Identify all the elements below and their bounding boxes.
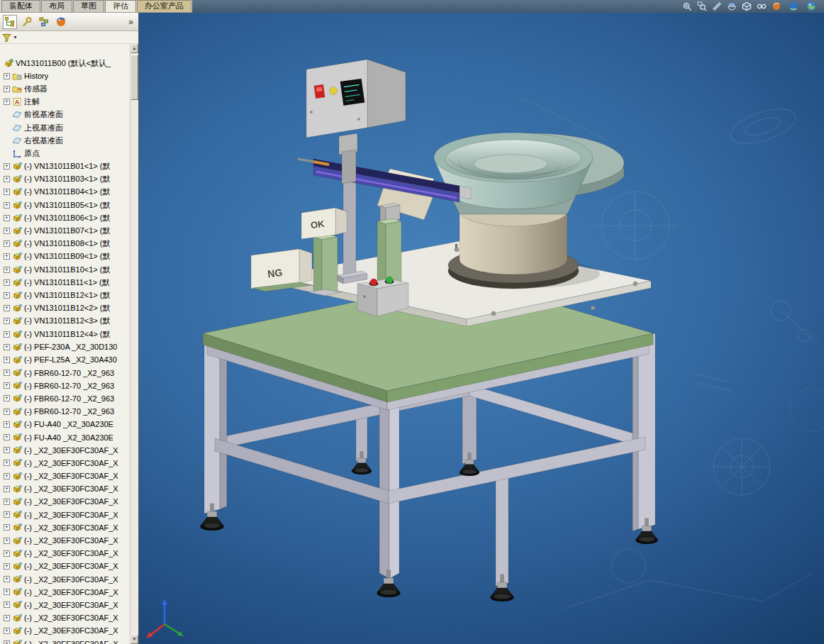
tree-item-27[interactable]: +(-) FU-A40 _X2_30A230E (0, 418, 130, 431)
tree-item-12[interactable]: +(-) VN131011B07<1> (默 (0, 224, 130, 237)
expand-icon[interactable]: + (4, 434, 10, 440)
tree-item-43[interactable]: +(-) _X2_30EF30FC30AF_X (0, 624, 130, 637)
expand-icon[interactable]: + (4, 344, 10, 350)
display-style-icon[interactable] (742, 1, 752, 11)
propertymanager-tab-icon[interactable] (20, 15, 34, 29)
expand-icon[interactable]: + (4, 318, 10, 324)
tree-item-4[interactable]: 上视基准面 (0, 121, 130, 134)
tree-item-18[interactable]: +(-) VN131011B12<2> (默 (0, 302, 130, 315)
expand-icon[interactable]: + (4, 409, 10, 415)
zoom-in-icon[interactable] (682, 1, 692, 11)
tree-item-11[interactable]: +(-) VN131011B06<1> (默 (0, 211, 130, 224)
expand-icon[interactable]: + (4, 305, 10, 311)
filter-funnel-icon[interactable] (2, 33, 11, 42)
tree-item-9[interactable]: +(-) VN131011B04<1> (默 (0, 186, 130, 199)
expand-icon[interactable]: + (4, 99, 10, 105)
ok-box[interactable]: OK (301, 208, 347, 239)
tree-item-15[interactable]: +(-) VN131011B10<1> (默 (0, 263, 130, 276)
tree-item-7[interactable]: +(-) VN131011B01<1> (默 (0, 160, 130, 173)
tree-item-42[interactable]: +(-) _X2_30EF30FC30AF_X (0, 611, 130, 624)
tree-item-19[interactable]: +(-) VN131011B12<3> (默 (0, 315, 130, 328)
expand-icon[interactable]: + (4, 267, 10, 273)
tree-item-21[interactable]: +(-) PEF-230A _X2_30D130 (0, 340, 130, 353)
appearance-icon[interactable] (772, 1, 781, 11)
expand-icon[interactable]: + (4, 202, 10, 209)
tree-scrollbar[interactable]: ▲ ▼ (130, 44, 138, 644)
measure-icon[interactable] (712, 1, 722, 11)
expand-icon[interactable]: + (4, 511, 10, 518)
featuremanager-tab-icon[interactable] (3, 15, 17, 29)
ribbon-tab-2[interactable]: 草图 (73, 0, 104, 12)
filter-dropdown-arrow[interactable]: ▼ (13, 35, 18, 40)
expand-icon[interactable]: + (4, 486, 10, 492)
tree-item-0[interactable]: +History (0, 70, 130, 82)
tree-item-38[interactable]: +(-) _X2_30EF30FC30AF_X (0, 560, 130, 572)
tree-item-2[interactable]: +A注解 (0, 96, 130, 109)
tree-item-35[interactable]: +(-) _X2_30EF30FC30AF_X (0, 521, 130, 534)
scroll-up-arrow[interactable]: ▲ (130, 44, 138, 53)
expand-icon[interactable]: + (4, 357, 10, 363)
tree-item-8[interactable]: +(-) VN131011B03<1> (默 (0, 173, 130, 186)
expand-icon[interactable]: + (4, 538, 10, 544)
expand-icon[interactable]: + (4, 615, 10, 621)
expand-icon[interactable]: + (4, 550, 10, 557)
expand-icon[interactable]: + (4, 189, 10, 195)
expand-icon[interactable]: + (4, 382, 10, 389)
expand-icon[interactable]: + (4, 176, 10, 182)
expand-icon[interactable]: + (4, 228, 10, 234)
tree-item-6[interactable]: 原点 (0, 147, 130, 160)
expand-icon[interactable]: + (4, 576, 10, 582)
expand-icon[interactable]: + (4, 589, 10, 595)
tree-item-14[interactable]: +(-) VN131011B09<1> (默 (0, 250, 130, 263)
tree-item-29[interactable]: +(-) _X2_30EF30FC30AF_X (0, 444, 130, 457)
expand-icon[interactable]: + (4, 253, 10, 260)
expand-icon[interactable]: + (4, 524, 10, 531)
tree-item-3[interactable]: 前视基准面 (0, 109, 130, 121)
panel-overflow-chevron[interactable]: » (128, 17, 135, 27)
tree-item-22[interactable]: +(-) PEF-L25A _X2_30A430 (0, 353, 130, 366)
tree-item-31[interactable]: +(-) _X2_30EF30FC30AF_X (0, 470, 130, 482)
hide-show-icon[interactable] (757, 1, 767, 11)
ribbon-tab-3[interactable]: 评估 (105, 0, 136, 12)
tree-item-5[interactable]: 右视基准面 (0, 134, 130, 147)
tree-item-32[interactable]: +(-) _X2_30EF30FC30AF_X (0, 482, 130, 495)
tree-item-26[interactable]: +(-) FBR60-12-70 _X2_963 (0, 405, 130, 418)
zoom-area-icon[interactable] (697, 1, 707, 11)
expand-icon[interactable]: + (4, 447, 10, 453)
globe-green-icon[interactable] (806, 1, 817, 12)
tree-item-39[interactable]: +(-) _X2_30EF30FC30AF_X (0, 573, 130, 586)
globe-blue-icon[interactable] (789, 1, 799, 12)
ribbon-tab-0[interactable]: 装配体 (1, 0, 40, 12)
displaymanager-tab-icon[interactable] (54, 15, 68, 29)
tree-item-23[interactable]: +(-) FBR60-12-70 _X2_963 (0, 367, 130, 379)
tree-item-41[interactable]: +(-) _X2_30EF30FC30AF_X (0, 599, 130, 611)
scroll-thumb[interactable] (130, 55, 138, 100)
tree-item-20[interactable]: +(-) VN131011B12<4> (默 (0, 328, 130, 340)
expand-icon[interactable]: + (4, 640, 10, 644)
tree-item-17[interactable]: +(-) VN131011B12<1> (默 (0, 289, 130, 301)
tree-item-36[interactable]: +(-) _X2_30EF30FC30AF_X (0, 534, 130, 547)
expand-icon[interactable]: + (4, 601, 10, 608)
expand-icon[interactable]: + (4, 163, 10, 170)
graphics-area[interactable]: OK NG (139, 13, 824, 644)
tree-item-16[interactable]: +(-) VN131011B11<1> (默 (0, 276, 130, 289)
tree-item-1[interactable]: +传感器 (0, 82, 130, 95)
bowl-feeder[interactable] (434, 133, 624, 289)
tree-item-37[interactable]: +(-) _X2_30EF30FC30AF_X (0, 547, 130, 560)
expand-icon[interactable]: + (4, 473, 10, 479)
expand-icon[interactable]: + (4, 215, 10, 221)
tree-item-28[interactable]: +(-) FU-A40 _X2_30A230E (0, 431, 130, 443)
tree-item-40[interactable]: +(-) _X2_30EF30FC30AF_X (0, 586, 130, 599)
expand-icon[interactable]: + (4, 370, 10, 376)
scroll-down-arrow[interactable]: ▼ (130, 635, 138, 644)
expand-icon[interactable]: + (4, 421, 10, 428)
table-frame[interactable] (203, 279, 655, 586)
expand-icon[interactable]: + (4, 279, 10, 286)
tree-item-44[interactable]: +(-) _X2_30EF30FC30AF_X (0, 637, 130, 644)
expand-icon[interactable]: + (4, 563, 10, 570)
tree-item-25[interactable]: +(-) FBR60-12-70 _X2_963 (0, 392, 130, 405)
expand-icon[interactable]: + (4, 292, 10, 299)
tree-item-33[interactable]: +(-) _X2_30EF30FC30AF_X (0, 495, 130, 508)
tree-item-10[interactable]: +(-) VN131011B05<1> (默 (0, 199, 130, 211)
tree-item-root[interactable]: VN131011B00 (默认<默认_ (0, 57, 130, 70)
